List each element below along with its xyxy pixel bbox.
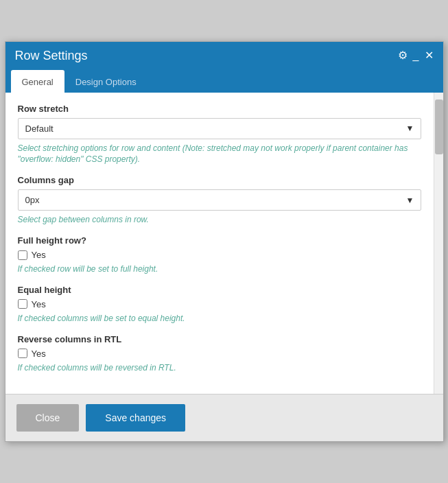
columns-gap-label: Columns gap (18, 175, 421, 185)
row-settings-dialog: Row Settings ⚙ _ ✕ General Design Option… (5, 41, 444, 443)
reverse-columns-rtl-checkbox-label: Yes (32, 349, 46, 359)
tab-general[interactable]: General (11, 70, 64, 93)
equal-height-group: Equal height Yes If checked columns will… (18, 285, 421, 325)
row-stretch-group: Row stretch Default Stretch row Stretch … (18, 104, 421, 166)
close-button[interactable]: Close (16, 404, 80, 432)
reverse-columns-rtl-checkbox-row: Yes (18, 349, 421, 359)
title-bar: Row Settings ⚙ _ ✕ (5, 42, 443, 70)
minimize-icon[interactable]: _ (413, 50, 419, 61)
full-height-row-checkbox-label: Yes (32, 250, 46, 260)
main-content: Row stretch Default Stretch row Stretch … (5, 93, 434, 394)
scrollbar-thumb[interactable] (435, 99, 443, 154)
full-height-row-label: Full height row? (18, 235, 421, 246)
title-bar-left: Row Settings (15, 49, 88, 63)
columns-gap-select-wrapper: 0px 5px 10px 15px 20px ▼ (18, 189, 421, 211)
tab-design-options[interactable]: Design Options (64, 70, 148, 93)
reverse-columns-rtl-group: Reverse columns in RTL Yes If checked co… (18, 334, 421, 374)
reverse-columns-rtl-label: Reverse columns in RTL (18, 334, 421, 344)
title-bar-controls: ⚙ _ ✕ (398, 50, 434, 61)
full-height-row-group: Full height row? Yes If checked row will… (18, 235, 421, 275)
equal-height-checkbox[interactable] (18, 299, 27, 309)
row-stretch-select[interactable]: Default Stretch row Stretch row and cont… (18, 118, 421, 139)
full-height-row-checkbox-row: Yes (18, 250, 421, 260)
row-stretch-select-wrapper: Default Stretch row Stretch row and cont… (18, 118, 421, 139)
reverse-columns-rtl-desc: If checked columns will be reversed in R… (18, 362, 421, 374)
equal-height-checkbox-row: Yes (18, 299, 421, 309)
tabs-bar: General Design Options (5, 70, 443, 93)
columns-gap-desc: Select gap between columns in row. (18, 214, 421, 226)
content-area: Row stretch Default Stretch row Stretch … (5, 93, 443, 394)
reverse-columns-rtl-checkbox[interactable] (18, 349, 27, 358)
dialog-title: Row Settings (15, 49, 88, 63)
equal-height-label: Equal height (18, 285, 421, 295)
columns-gap-group: Columns gap 0px 5px 10px 15px 20px ▼ Sel… (18, 175, 421, 226)
gear-icon[interactable]: ⚙ (398, 50, 408, 61)
save-button[interactable]: Save changes (86, 404, 185, 432)
scrollbar-track[interactable] (434, 93, 443, 394)
full-height-row-checkbox[interactable] (18, 250, 27, 260)
row-stretch-desc: Select stretching options for row and co… (18, 143, 421, 166)
equal-height-desc: If checked columns will be set to equal … (18, 313, 421, 325)
close-icon[interactable]: ✕ (425, 50, 434, 61)
row-stretch-label: Row stretch (18, 104, 421, 114)
footer: Close Save changes (5, 394, 443, 441)
full-height-row-desc: If checked row will be set to full heigh… (18, 263, 421, 275)
columns-gap-select[interactable]: 0px 5px 10px 15px 20px (18, 189, 421, 211)
equal-height-checkbox-label: Yes (32, 299, 46, 309)
